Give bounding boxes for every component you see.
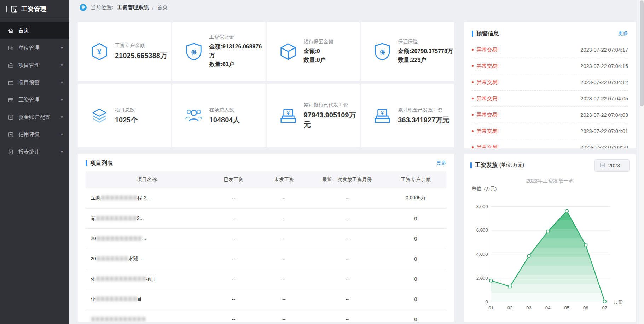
home-icon — [8, 28, 14, 34]
svg-text:4,000: 4,000 — [476, 251, 488, 257]
stat-card-label: 保证保险 — [398, 39, 453, 45]
sidebar-item-project-warning[interactable]: 项目预警▼ — [0, 74, 69, 91]
column-header: 项目名称 — [86, 171, 208, 188]
fund-account-icon: ¥ — [8, 114, 14, 120]
sidebar-item-label: 单位管理 — [18, 45, 40, 51]
project-list-more-link[interactable]: 更多 — [436, 160, 446, 166]
alert-item[interactable]: 异常交易!2023-07-22 07:04:17 — [472, 42, 628, 58]
project-name-suffix: 3... — [137, 215, 144, 221]
project-name-suffix: ... — [142, 236, 146, 241]
stat-cards-row2: 项目总数1025个在场总人数104804人¥累计银行已代发工资97943.905… — [78, 84, 454, 147]
briefcase-icon — [8, 62, 14, 68]
breadcrumb-root[interactable]: 工资管理系统 — [117, 4, 149, 11]
stat-card-amount: 金额:913126.068976万 — [209, 42, 266, 60]
stat-card-count: 数量:229户 — [398, 56, 453, 65]
chart-y-unit-label: 单位: (万元) — [472, 186, 630, 192]
sidebar: 工资管理 首页单位管理▼项目管理▼项目预警▼工资管理▼¥资金账户配置▼信用评级▼… — [0, 0, 69, 324]
column-header: 最近一次发放工资月份 — [309, 171, 385, 188]
stat-card: ¥累计现金已发放工资363.341927万元 — [361, 84, 454, 147]
app-title: 工资管理 — [21, 5, 47, 13]
sidebar-item-fund-account-config[interactable]: ¥资金账户配置▼ — [0, 109, 69, 125]
sidebar-item-label: 首页 — [18, 27, 29, 34]
sidebar-item-label: 项目预警 — [18, 79, 40, 86]
account-balance-cell: 0 — [385, 309, 446, 322]
cash-icon: ¥ — [373, 106, 392, 125]
alert-timestamp: 2023-07-22 07:04:03 — [580, 112, 628, 118]
stat-card-label: 累计现金已发放工资 — [398, 107, 449, 113]
briefcase-alert-icon — [8, 80, 14, 86]
last-pay-month-cell: -- — [309, 249, 385, 269]
table-row[interactable]: 某某某某某某某某某某某某------0 — [86, 309, 446, 322]
svg-text:06: 06 — [583, 305, 588, 311]
report-icon — [8, 149, 14, 155]
sidebar-item-home[interactable]: 首页 — [0, 22, 69, 39]
chevron-down-icon: ▼ — [60, 98, 64, 102]
alert-timestamp: 2023-07-22 07:04:17 — [580, 47, 628, 53]
building-icon — [8, 45, 14, 51]
stat-card-label: 工资保证金 — [209, 34, 266, 40]
alert-item[interactable]: 异常交易!2023-07-22 07:04:03 — [472, 107, 628, 123]
alert-timestamp: 2023-07-22 07:03:50 — [580, 145, 628, 149]
alert-timestamp: 2023-07-22 07:04:15 — [580, 63, 628, 69]
sidebar-item-salary-management[interactable]: 工资管理▼ — [0, 92, 69, 108]
left-column: ¥工资专户余额21025.665388万保工资保证金金额:913126.0689… — [78, 22, 454, 322]
unpaid-wages-cell: -- — [259, 208, 309, 228]
svg-text:¥: ¥ — [287, 110, 290, 116]
table-row[interactable]: 互助某某某某某某某某程-2...------0.0005万 — [86, 188, 446, 208]
paid-wages-cell: -- — [208, 249, 259, 269]
account-balance-cell: 0.0005万 — [385, 188, 446, 208]
table-row[interactable]: 20某某某某某某某某某某...------0 — [86, 228, 446, 249]
location-pin-icon — [79, 4, 87, 11]
svg-text:¥: ¥ — [97, 47, 101, 56]
stat-card: 在场总人数104804人 — [172, 84, 266, 147]
panel-accent-bar — [86, 160, 87, 166]
alerts-more-link[interactable]: 更多 — [618, 30, 628, 37]
page-scrollbar[interactable] — [639, 0, 644, 324]
sidebar-item-credit-rating[interactable]: 信用评级▼ — [0, 126, 69, 143]
stat-card-amount: 金额:20790.375778万 — [398, 47, 453, 56]
svg-text:6,000: 6,000 — [476, 227, 488, 233]
sidebar-item-unit-management[interactable]: 单位管理▼ — [0, 40, 69, 56]
scrollbar-thumb[interactable] — [640, 0, 644, 106]
chevron-down-icon: ▼ — [60, 115, 64, 119]
sidebar-item-label: 报表统计 — [18, 149, 40, 155]
svg-text:04: 04 — [545, 305, 551, 311]
cash-icon: ¥ — [279, 106, 298, 125]
stat-card-value: 21025.665388万 — [115, 51, 167, 60]
paid-wages-cell: -- — [208, 309, 259, 322]
salary-chart-panel: 工资发放 (单位:万元) 2023 2023年工资发放一览 单位: (万元) 0… — [464, 154, 636, 322]
alert-item[interactable]: 异常交易!2023-07-22 07:04:05 — [472, 91, 628, 107]
account-balance-cell: 0 — [385, 289, 446, 309]
unpaid-wages-cell: -- — [259, 188, 309, 208]
alert-timestamp: 2023-07-22 07:04:05 — [580, 96, 628, 102]
salary-area-chart: 02,0004,0006,0008,00001020304050607月份 — [470, 193, 630, 322]
sidebar-item-report-statistics[interactable]: 报表统计▼ — [0, 144, 69, 160]
last-pay-month-cell: -- — [309, 269, 385, 289]
table-row[interactable]: 20某某某某某某某水毁...------0 — [86, 249, 446, 269]
right-column: 预警信息 更多 异常交易!2023-07-22 07:04:17异常交易!202… — [464, 22, 636, 322]
svg-text:07: 07 — [602, 305, 608, 311]
svg-text:2,000: 2,000 — [476, 276, 488, 281]
last-pay-month-cell: -- — [309, 289, 385, 309]
table-row[interactable]: 化某某某某某某某某某目------0 — [86, 289, 446, 309]
account-balance-cell: 0 — [385, 228, 446, 249]
alert-dot-icon — [472, 65, 474, 67]
alert-item[interactable]: 异常交易!2023-07-22 07:04:12 — [472, 74, 628, 91]
yen-hexagon-icon: ¥ — [90, 42, 109, 61]
sidebar-item-label: 资金账户配置 — [18, 114, 50, 121]
alert-item[interactable]: 异常交易!2023-07-22 07:04:15 — [472, 58, 628, 74]
chevron-down-icon: ▼ — [60, 81, 64, 85]
year-select[interactable]: 2023 — [594, 159, 630, 172]
alert-item[interactable]: 异常交易!2023-07-22 07:04:01 — [472, 123, 628, 139]
alerts-panel: 预警信息 更多 异常交易!2023-07-22 07:04:17异常交易!202… — [464, 22, 636, 148]
alert-text: 异常交易! — [477, 46, 499, 53]
table-row[interactable]: 青某某某某某某某某某3...------0 — [86, 208, 446, 228]
sidebar-item-project-management[interactable]: 项目管理▼ — [0, 57, 69, 73]
alert-item[interactable]: 异常交易!2023-07-22 07:03:50 — [472, 139, 628, 148]
table-row[interactable]: 化某某某某某某某某某某某项目------0 — [86, 269, 446, 289]
alerts-title: 预警信息 — [476, 30, 499, 37]
project-name-prefix: 化 — [91, 276, 95, 282]
paid-wages-cell: -- — [208, 188, 259, 208]
sidebar-item-label: 项目管理 — [18, 62, 40, 69]
salary-panel-unit: (单位:万元) — [499, 162, 524, 168]
